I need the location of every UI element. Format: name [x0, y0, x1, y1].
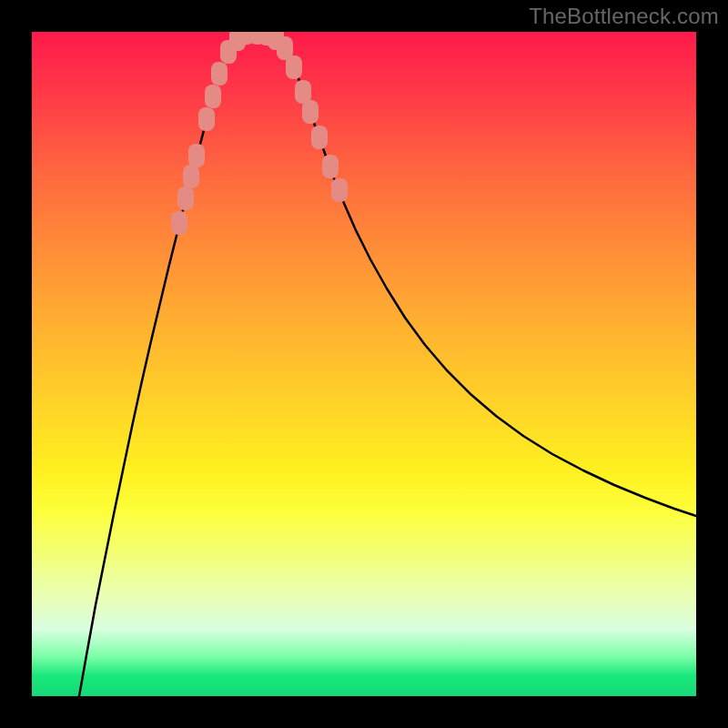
marker-right-8: [322, 155, 339, 178]
marker-left-4: [198, 107, 215, 131]
chart-svg: [32, 32, 696, 696]
curve-left-curve: [79, 32, 245, 696]
marker-right-7: [311, 126, 328, 149]
chart-frame: TheBottleneck.com: [0, 0, 728, 728]
marker-left-6: [211, 62, 228, 86]
marker-right-9: [331, 178, 348, 202]
curve-right-curve: [268, 32, 696, 516]
marker-left-1: [177, 187, 194, 210]
plot-area: [32, 32, 696, 696]
watermark-text: TheBottleneck.com: [529, 4, 719, 29]
marker-right-6: [302, 100, 318, 124]
marker-left-2: [183, 165, 199, 188]
marker-right-4: [286, 56, 302, 79]
marker-left-0: [171, 211, 187, 235]
marker-left-5: [205, 85, 221, 108]
marker-left-3: [188, 144, 205, 167]
